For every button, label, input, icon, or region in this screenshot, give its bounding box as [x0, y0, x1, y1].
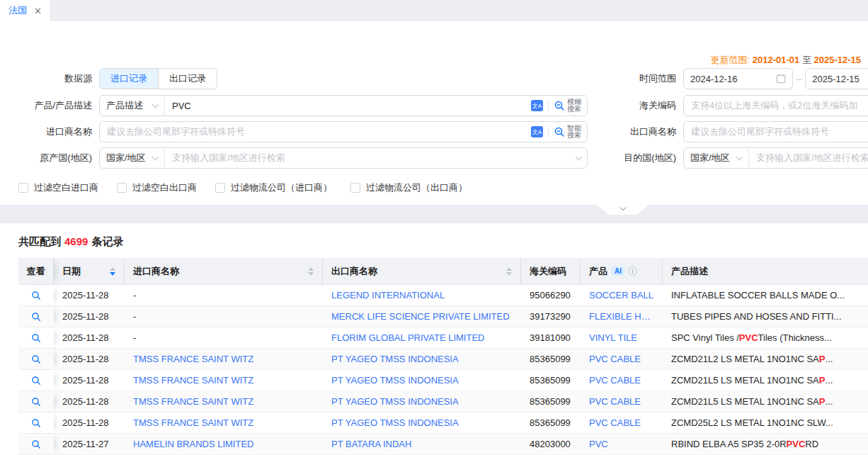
destination-country-input[interactable]: 支持输入国家/地区进行检索: [749, 152, 868, 164]
view-record-button[interactable]: [18, 370, 54, 391]
exporter-name[interactable]: FLORIM GLOBAL PRIVATE LIMITED: [323, 327, 521, 348]
hs-code-input[interactable]: 支持4位以上海关编码，或2位海关编码加: [683, 95, 868, 116]
view-record-button[interactable]: [18, 434, 54, 454]
view-record-button[interactable]: [18, 285, 54, 305]
exporter-link[interactable]: PT YAGEO TMSS INDONESIA: [331, 417, 459, 428]
product-link[interactable]: SOCCER BALL: [589, 290, 653, 300]
product-name[interactable]: PVC: [581, 434, 663, 454]
product-link[interactable]: PVC: [589, 439, 608, 449]
page: 法国 ✕ 法国 更新范围: 2012-01-01 至 2025-12-15 数据…: [0, 0, 868, 455]
sort-control[interactable]: [302, 267, 314, 276]
product-name[interactable]: VINYL TILE: [581, 327, 663, 348]
view-record-button[interactable]: [18, 391, 54, 412]
date-end-input[interactable]: 2025-12-15: [805, 68, 868, 89]
info-icon[interactable]: i: [628, 266, 637, 276]
sort-control[interactable]: [104, 267, 115, 276]
checkbox-icon[interactable]: [117, 183, 127, 193]
checkbox-icon[interactable]: [18, 183, 28, 193]
product-type-select[interactable]: 产品描述: [100, 96, 165, 116]
tab-import-records[interactable]: 进口记录: [100, 69, 158, 89]
importer-name[interactable]: TMSS FRANCE SAINT WITZ: [125, 412, 323, 433]
importer-name[interactable]: HAMELIN BRANDS LIMITED: [125, 434, 323, 454]
product-name[interactable]: PVC CABLE: [581, 349, 663, 369]
importer-link[interactable]: TMSS FRANCE SAINT WITZ: [133, 396, 253, 407]
product-link[interactable]: VINYL TILE: [589, 332, 637, 343]
exporter-link[interactable]: LEGEND INTERNATIONAL: [331, 290, 445, 300]
exporter-link[interactable]: PT YAGEO TMSS INDONESIA: [331, 396, 459, 407]
product-link[interactable]: PVC CABLE: [589, 417, 641, 428]
column-header-2[interactable]: 进口商名称: [125, 258, 323, 284]
product-type-value: 产品描述: [106, 99, 143, 112]
origin-country-select[interactable]: 国家/地区: [100, 148, 165, 168]
view-record-button[interactable]: [18, 327, 54, 348]
exporter-name[interactable]: LEGEND INTERNATIONAL: [323, 285, 521, 305]
sort-asc-icon[interactable]: [506, 267, 512, 271]
sort-control[interactable]: [501, 267, 512, 276]
tab-export-records[interactable]: 出口记录: [158, 69, 217, 89]
importer-input[interactable]: 建议去除公司尾部字符或特殊符号: [100, 125, 531, 138]
sort-desc-icon[interactable]: [110, 272, 115, 276]
exporter-link[interactable]: FLORIM GLOBAL PRIVATE LIMITED: [331, 332, 484, 343]
product-link[interactable]: PVC CABLE: [589, 354, 641, 364]
record-date: 2025-11-28: [54, 327, 125, 348]
destination-country-select[interactable]: 国家/地区: [684, 148, 749, 168]
origin-country-input[interactable]: 支持输入国家/地区进行检索: [165, 152, 576, 164]
view-record-button[interactable]: [18, 412, 54, 433]
filter-checkbox-1[interactable]: 过滤空白出口商: [117, 181, 197, 194]
destination-country-label: 目的国(地区): [588, 152, 683, 164]
sort-asc-icon[interactable]: [110, 267, 115, 271]
importer-link[interactable]: TMSS FRANCE SAINT WITZ: [133, 354, 253, 364]
column-header-3[interactable]: 出口商名称: [323, 258, 521, 284]
date-start-input[interactable]: 2024-12-16: [683, 68, 793, 89]
product-name[interactable]: PVC CABLE: [581, 370, 663, 391]
exporter-link[interactable]: PT YAGEO TMSS INDONESIA: [331, 354, 459, 364]
product-link[interactable]: PVC CABLE: [589, 375, 641, 386]
importer-link[interactable]: TMSS FRANCE SAINT WITZ: [133, 417, 253, 428]
view-record-button[interactable]: [18, 306, 54, 327]
product-name[interactable]: SOCCER BALL: [581, 285, 663, 305]
exporter-link[interactable]: MERCK LIFE SCIENCE PRIVATE LIMITED: [331, 311, 510, 322]
product-name[interactable]: PVC CABLE: [581, 391, 663, 412]
view-record-button[interactable]: [18, 349, 54, 369]
checkbox-icon[interactable]: [215, 183, 225, 193]
translate-icon[interactable]: 文A: [531, 100, 543, 111]
time-range-item: 时间范围 2024-12-16 – 2025-12-15: [588, 68, 868, 89]
exporter-link[interactable]: PT YAGEO TMSS INDONESIA: [331, 375, 459, 386]
product-name[interactable]: FLEXIBLE HOSE PVC: [581, 306, 663, 327]
sort-asc-icon[interactable]: [308, 267, 314, 271]
collapse-panel-button[interactable]: [597, 205, 649, 215]
smart-search-button[interactable]: 智能搜索: [554, 125, 581, 139]
exporter-name[interactable]: PT YAGEO TMSS INDONESIA: [323, 349, 521, 369]
checkbox-label: 过滤空白出口商: [132, 181, 197, 194]
product-link[interactable]: PVC CABLE: [589, 396, 641, 407]
filter-checkbox-3[interactable]: 过滤物流公司（出口商）: [350, 181, 467, 194]
sort-desc-icon[interactable]: [308, 272, 314, 276]
tab-france[interactable]: 法国 ✕: [0, 0, 51, 21]
column-header-1[interactable]: 日期: [54, 258, 125, 284]
importer-link[interactable]: HAMELIN BRANDS LIMITED: [133, 439, 253, 449]
exporter-name[interactable]: MERCK LIFE SCIENCE PRIVATE LIMITED: [323, 306, 521, 327]
product-name[interactable]: PVC CABLE: [581, 412, 663, 433]
data-source-toggle: 进口记录 出口记录: [99, 68, 217, 89]
product-link[interactable]: FLEXIBLE HOSE PVC: [589, 311, 654, 322]
exporter-name[interactable]: PT YAGEO TMSS INDONESIA: [323, 391, 521, 412]
importer-name[interactable]: TMSS FRANCE SAINT WITZ: [125, 391, 323, 412]
close-icon[interactable]: ✕: [34, 6, 42, 16]
exporter-name[interactable]: PT YAGEO TMSS INDONESIA: [323, 412, 521, 433]
chevron-down-icon[interactable]: [576, 153, 583, 160]
checkbox-icon[interactable]: [350, 183, 360, 193]
sort-desc-icon[interactable]: [506, 272, 512, 276]
exporter-name[interactable]: PT BATARA INDAH: [323, 434, 521, 454]
product-search-input[interactable]: PVC: [165, 101, 531, 111]
exporter-name[interactable]: PT YAGEO TMSS INDONESIA: [323, 370, 521, 391]
translate-icon[interactable]: 文A: [531, 126, 543, 137]
fuzzy-search-button[interactable]: 模糊搜索: [554, 99, 581, 113]
column-header-4: 海关编码: [521, 258, 581, 284]
filter-checkbox-2[interactable]: 过滤物流公司（进口商）: [215, 181, 332, 194]
exporter-link[interactable]: PT BATARA INDAH: [331, 439, 411, 449]
filter-checkbox-0[interactable]: 过滤空白进口商: [18, 181, 98, 194]
exporter-input[interactable]: 建议去除公司尾部字符或特殊符号: [683, 121, 868, 142]
importer-name[interactable]: TMSS FRANCE SAINT WITZ: [125, 349, 323, 369]
importer-name[interactable]: TMSS FRANCE SAINT WITZ: [125, 370, 323, 391]
importer-link[interactable]: TMSS FRANCE SAINT WITZ: [133, 375, 253, 386]
